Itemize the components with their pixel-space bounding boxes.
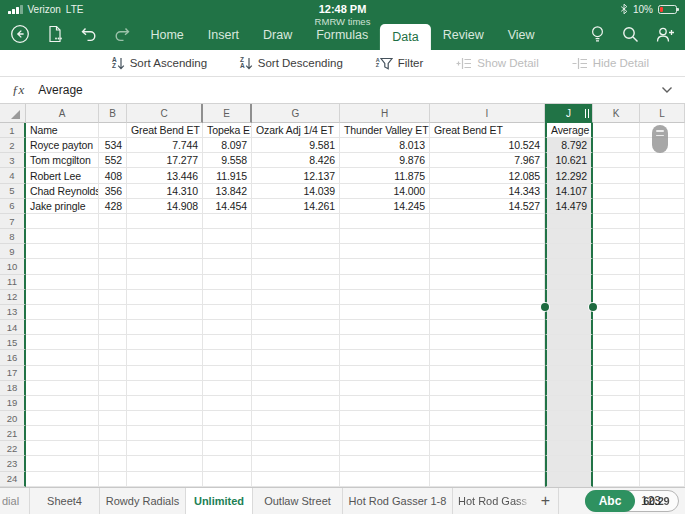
- cell-H1[interactable]: Thunder Valley ET: [340, 123, 430, 138]
- sheet-tab-hot-rod-gass[interactable]: Hot Rod Gass: [453, 488, 533, 514]
- cell-C10[interactable]: [127, 259, 203, 274]
- cell-H15[interactable]: [340, 335, 430, 350]
- cell-I23[interactable]: [430, 456, 545, 471]
- cell-G3[interactable]: 8.426: [252, 153, 340, 168]
- cell-A12[interactable]: [26, 290, 99, 305]
- cell-C16[interactable]: [127, 350, 203, 365]
- cell-A4[interactable]: Robert Lee: [26, 168, 99, 183]
- sheet-tab-rowdy-radials[interactable]: Rowdy Radials: [100, 488, 186, 514]
- cell-E21[interactable]: [203, 426, 252, 441]
- cell-B14[interactable]: [99, 320, 127, 335]
- keyboard-toggle-pill[interactable]: Abc 123 60:29: [585, 490, 679, 512]
- col-header-B[interactable]: B: [99, 104, 127, 123]
- cell-J7[interactable]: [545, 214, 593, 229]
- cell-L8[interactable]: [640, 229, 685, 244]
- selection-handle-left[interactable]: [541, 303, 549, 311]
- cell-B6[interactable]: 428: [99, 199, 127, 214]
- cell-E14[interactable]: [203, 320, 252, 335]
- col-header-H[interactable]: H: [340, 104, 430, 123]
- cell-J17[interactable]: [545, 366, 593, 381]
- cell-L16[interactable]: [640, 350, 685, 365]
- cell-C19[interactable]: [127, 396, 203, 411]
- cell-L5[interactable]: [640, 184, 685, 199]
- cell-L17[interactable]: [640, 366, 685, 381]
- cell-G18[interactable]: [252, 381, 340, 396]
- cell-G23[interactable]: [252, 456, 340, 471]
- cell-K3[interactable]: [593, 153, 640, 168]
- sheet-tab-partial[interactable]: dial: [0, 488, 30, 514]
- cell-E18[interactable]: [203, 381, 252, 396]
- add-person-icon[interactable]: [656, 26, 675, 43]
- cell-G22[interactable]: [252, 441, 340, 456]
- cell-K4[interactable]: [593, 168, 640, 183]
- cell-L3[interactable]: [640, 153, 685, 168]
- row-header-10[interactable]: 10: [0, 259, 26, 274]
- cell-L6[interactable]: [640, 199, 685, 214]
- row-header-21[interactable]: 21: [0, 426, 26, 441]
- cell-C7[interactable]: [127, 214, 203, 229]
- cell-H16[interactable]: [340, 350, 430, 365]
- cell-E12[interactable]: [203, 290, 252, 305]
- cell-H4[interactable]: 11.875: [340, 168, 430, 183]
- cell-I2[interactable]: 10.524: [430, 138, 545, 153]
- cell-I6[interactable]: 14.527: [430, 199, 545, 214]
- cell-J2[interactable]: 8.792: [545, 138, 593, 153]
- undo-icon[interactable]: [80, 27, 97, 42]
- cell-I13[interactable]: [430, 305, 545, 320]
- cell-J24[interactable]: [545, 472, 593, 487]
- cell-E4[interactable]: 11.915: [203, 168, 252, 183]
- cell-B10[interactable]: [99, 259, 127, 274]
- cell-G20[interactable]: [252, 411, 340, 426]
- cell-B17[interactable]: [99, 366, 127, 381]
- formula-input[interactable]: Average: [38, 83, 647, 97]
- cell-C24[interactable]: [127, 472, 203, 487]
- cell-A19[interactable]: [26, 396, 99, 411]
- cell-H6[interactable]: 14.245: [340, 199, 430, 214]
- row-header-22[interactable]: 22: [0, 441, 26, 456]
- cell-B9[interactable]: [99, 244, 127, 259]
- cell-B2[interactable]: 534: [99, 138, 127, 153]
- cell-K11[interactable]: [593, 275, 640, 290]
- cell-B1[interactable]: [99, 123, 127, 138]
- formula-bar[interactable]: ƒx Average: [0, 77, 685, 104]
- cell-I9[interactable]: [430, 244, 545, 259]
- row-header-8[interactable]: 8: [0, 229, 26, 244]
- cell-A17[interactable]: [26, 366, 99, 381]
- back-icon[interactable]: [10, 24, 30, 44]
- cell-K8[interactable]: [593, 229, 640, 244]
- cell-L20[interactable]: [640, 411, 685, 426]
- row-header-6[interactable]: 6: [0, 199, 26, 214]
- cell-A15[interactable]: [26, 335, 99, 350]
- cell-L4[interactable]: [640, 168, 685, 183]
- cell-H9[interactable]: [340, 244, 430, 259]
- cell-C9[interactable]: [127, 244, 203, 259]
- cell-B7[interactable]: [99, 214, 127, 229]
- cell-H24[interactable]: [340, 472, 430, 487]
- cell-B22[interactable]: [99, 441, 127, 456]
- cell-J12[interactable]: [545, 290, 593, 305]
- cell-K10[interactable]: [593, 259, 640, 274]
- cell-G19[interactable]: [252, 396, 340, 411]
- cell-I16[interactable]: [430, 350, 545, 365]
- cell-I14[interactable]: [430, 320, 545, 335]
- filter-button[interactable]: AZ Filter: [376, 57, 424, 70]
- cell-L7[interactable]: [640, 214, 685, 229]
- cell-I7[interactable]: [430, 214, 545, 229]
- cell-I15[interactable]: [430, 335, 545, 350]
- row-header-23[interactable]: 23: [0, 456, 26, 471]
- cell-C13[interactable]: [127, 305, 203, 320]
- cell-K21[interactable]: [593, 426, 640, 441]
- cell-A6[interactable]: Jake pringle: [26, 199, 99, 214]
- row-header-12[interactable]: 12: [0, 290, 26, 305]
- cell-I18[interactable]: [430, 381, 545, 396]
- row-header-13[interactable]: 13: [0, 305, 26, 320]
- cell-A22[interactable]: [26, 441, 99, 456]
- col-header-L[interactable]: L: [640, 104, 685, 123]
- cell-G21[interactable]: [252, 426, 340, 441]
- cell-L10[interactable]: [640, 259, 685, 274]
- cell-L19[interactable]: [640, 396, 685, 411]
- cell-C21[interactable]: [127, 426, 203, 441]
- cell-J3[interactable]: 10.621: [545, 153, 593, 168]
- cell-J20[interactable]: [545, 411, 593, 426]
- cell-B13[interactable]: [99, 305, 127, 320]
